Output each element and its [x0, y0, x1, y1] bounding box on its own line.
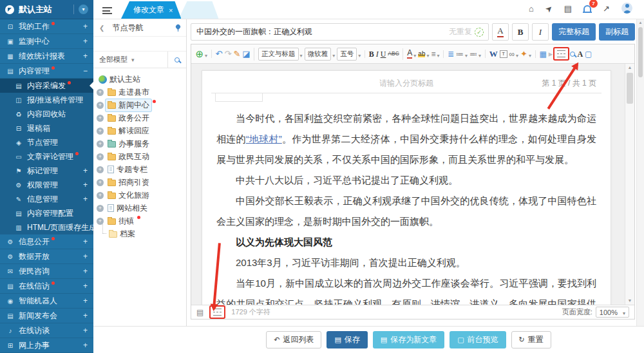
tree-node[interactable]: + 网站相关 [97, 202, 183, 215]
fullscreen-edit-icon[interactable]: ▢ [585, 50, 592, 58]
title-italic-button[interactable]: I [532, 23, 549, 41]
element-path-icon[interactable]: ▤ [196, 309, 204, 316]
magic-wand-icon[interactable]: ✦ [520, 48, 531, 60]
tree-node[interactable]: 档案 [97, 227, 183, 240]
insert-icon[interactable]: ⊕ [196, 48, 208, 60]
eraser-icon[interactable]: ◪ [242, 50, 250, 58]
link-icon[interactable]: ∞ [509, 48, 519, 60]
tree-node-root[interactable]: 默认主站 [97, 73, 183, 86]
tree-node[interactable]: + 政务公开 [97, 111, 183, 124]
expand-toggle-icon[interactable]: − [83, 66, 88, 75]
editor-canvas[interactable]: 请输入分页标题 第 1 页 / 共 1 页 当今时代，各国利益交织空前紧密，各种… [191, 64, 634, 305]
pagebreak-icon[interactable] [554, 48, 568, 59]
redo-icon[interactable]: ↷ [225, 50, 232, 58]
expand-toggle-icon[interactable]: + [83, 237, 88, 246]
expand-toggle-icon[interactable]: + [83, 341, 88, 350]
sidebar-item-info-disclosure[interactable]: ⚙ 信息公开 + [0, 234, 93, 249]
chevron-down-icon[interactable]: ▾ [79, 5, 88, 14]
collapse-panel-icon[interactable] [99, 24, 104, 32]
tree-node[interactable]: + 新闻中心 [97, 99, 183, 111]
tree-expander-icon[interactable]: + [97, 218, 104, 225]
search-preview-icon[interactable] [570, 52, 575, 57]
tree-expander-icon[interactable]: + [97, 115, 104, 122]
underline-button[interactable]: U [381, 50, 386, 58]
tree-expander-icon[interactable]: + [97, 166, 104, 173]
tree-expander-icon[interactable]: + [97, 128, 104, 135]
undo-icon[interactable]: ↶ [211, 50, 223, 58]
expand-toggle-icon[interactable]: + [83, 267, 88, 276]
sidebar-item-my-work[interactable]: ⊡ 我的工作 + [0, 19, 93, 34]
font-size-select[interactable]: 五号 [337, 48, 361, 61]
sidebar-item-citizen-consult[interactable]: ✉ 便民咨询 + [0, 264, 93, 279]
align-icon[interactable]: ≡ [431, 48, 440, 60]
save-as-new-button[interactable]: ▤ 保存为新文章 [373, 331, 444, 348]
sidebar-subitem-content-config[interactable]: ▤ 内容管理配置 [0, 206, 93, 220]
sidebar-item-performance-reports[interactable]: ▦ 绩效统计报表 + [0, 49, 93, 64]
expand-toggle-icon[interactable]: + [83, 22, 88, 31]
tree-node[interactable]: + 政民互动 [97, 150, 183, 163]
bell-icon[interactable]: 7 [583, 5, 591, 13]
expand-toggle-icon[interactable]: + [83, 180, 88, 189]
sidebar-item-online-services[interactable]: ⊞ 网上办事 + [0, 338, 93, 353]
expand-toggle-icon[interactable]: + [83, 252, 88, 261]
menu-toggle-icon[interactable] [102, 7, 112, 14]
tree-node[interactable]: + 走进县市 [97, 86, 183, 99]
scrollbar-thumb[interactable] [638, 27, 643, 77]
title-bold-button[interactable]: B [512, 23, 529, 41]
editor-page[interactable]: 请输入分页标题 第 1 页 / 共 1 页 当今时代，各国利益交织空前紧密，各种… [202, 70, 611, 305]
page-width-select[interactable]: 100% [596, 307, 629, 318]
page-title-placeholder[interactable]: 请输入分页标题 [216, 78, 596, 89]
sidebar-item-online-petition[interactable]: ▤ 在线信访 + [0, 279, 93, 294]
home-icon[interactable]: ⌂ [529, 5, 534, 13]
tree-expander-icon[interactable]: + [97, 205, 104, 212]
reset-button[interactable]: ↻ 重置 [511, 331, 551, 348]
sensitive-word-icon[interactable]: A [577, 50, 583, 58]
format-brush-icon[interactable]: ✎ [233, 50, 240, 58]
sidebar-subitem-comment-management[interactable]: ▭ 文章评论管理 [0, 149, 93, 164]
font-family-select[interactable]: 微软雅 [305, 48, 336, 61]
title-font-color-button[interactable]: A [492, 23, 509, 41]
sidebar-item-online-interview[interactable]: ♪ 在线访谈 + [0, 323, 93, 338]
strikethrough-button[interactable]: ABC [388, 51, 399, 57]
sidebar-subitem-recycle-bin[interactable]: ♻ 内容回收站 [0, 107, 93, 121]
ordered-list-icon[interactable]: ≔ [456, 48, 468, 60]
paste-text-icon[interactable]: T [500, 50, 507, 58]
tree-expander-icon[interactable]: + [97, 140, 104, 148]
scrollbar-thumb[interactable] [627, 73, 633, 104]
tree-expander-icon[interactable]: + [97, 192, 104, 199]
scroll-up-arrow[interactable] [625, 64, 634, 72]
fullscreen-icon[interactable]: ↗ [603, 5, 610, 13]
sidebar-item-press-conference[interactable]: ▤ 新闻发布会 + [0, 309, 93, 323]
full-title-button[interactable]: 完整标题 [552, 23, 596, 41]
node-search-button[interactable] [168, 52, 186, 68]
table-icon[interactable]: ▦ [535, 50, 547, 58]
sidebar-subitem-content-editing[interactable]: ▤ 内容采编发 [0, 79, 93, 93]
pin-icon[interactable] [176, 24, 180, 32]
sidebar-subitem-push-manuscript[interactable]: ◫ 报/推送稿件管理 [0, 93, 93, 107]
tab-close-icon[interactable] [169, 6, 173, 14]
paragraph-format-select[interactable]: 正文与标题 [254, 48, 303, 61]
article-title-input[interactable] [191, 28, 449, 37]
tree-expander-icon[interactable]: + [97, 153, 104, 160]
tree-expander-icon[interactable]: + [97, 179, 104, 186]
site-logo-bar[interactable]: 默认主站 ▾ [0, 0, 93, 19]
subtitle-button[interactable]: 副标题 [599, 23, 635, 41]
model-filter-dropdown[interactable]: 全部模型 [93, 52, 168, 68]
expand-toggle-icon[interactable]: + [83, 326, 88, 335]
sidebar-item-monitor-center[interactable]: ▣ 监测中心 + [0, 34, 93, 49]
tab-edit-article[interactable]: 修改文章 [121, 1, 181, 19]
italic-button[interactable]: I [376, 50, 379, 58]
sidebar-item-open-data[interactable]: ⚙ 数据开放 + [0, 249, 93, 264]
sidebar-subitem-info-management[interactable]: ✎ 信息管理 + [0, 192, 93, 206]
save-button[interactable]: ▤ 保存 [327, 331, 367, 348]
scroll-up-arrow[interactable] [637, 19, 644, 26]
expand-toggle-icon[interactable]: + [83, 166, 88, 175]
article-body[interactable]: 当今时代，各国利益交织空前紧密，各种全球性问题日益突出，世界越来越成为命运相连的… [216, 108, 596, 305]
tree-node[interactable]: + 解读回应 [97, 124, 183, 137]
earth-village-link[interactable]: “地球村” [246, 133, 282, 144]
scroll-down-arrow[interactable] [625, 297, 634, 305]
font-color-icon[interactable]: A [402, 48, 416, 60]
tree-expander-icon[interactable]: + [97, 102, 104, 109]
tree-node[interactable]: + 街镇 [97, 215, 183, 227]
video-icon[interactable]: ▸ [549, 50, 553, 58]
